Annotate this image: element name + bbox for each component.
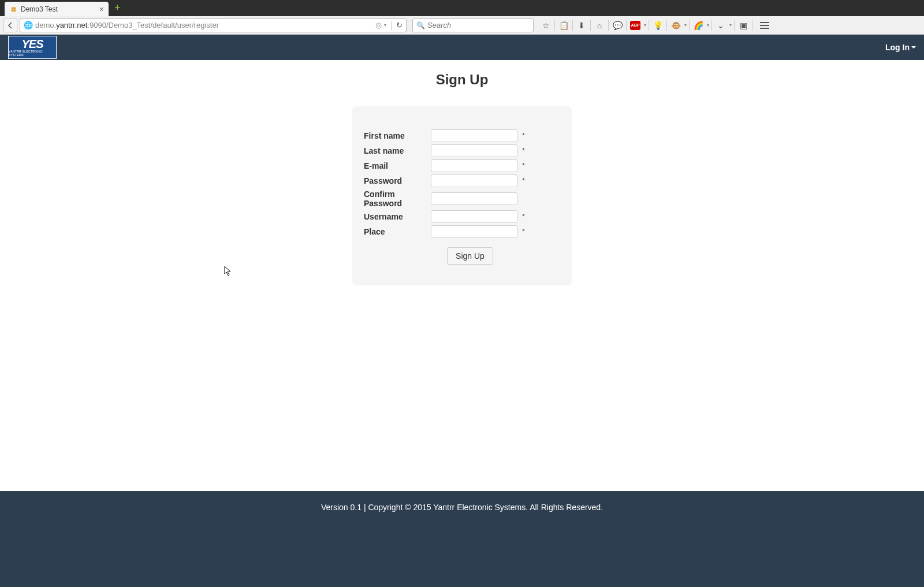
url-text: demo.yantrr.net:9090/Demo3_Test/default/… — [35, 21, 373, 29]
bookmark-star-icon[interactable]: ☆ — [539, 19, 552, 32]
required-marker: * — [522, 213, 527, 221]
search-input[interactable] — [427, 21, 530, 29]
dropdown-caret-icon[interactable]: ▾ — [729, 23, 732, 28]
search-bar[interactable]: 🔍 — [412, 18, 534, 32]
browser-nav-toolbar: 🌐 demo.yantrr.net:9090/Demo3_Test/defaul… — [0, 16, 924, 35]
search-icon: 🔍 — [416, 21, 425, 29]
pocket-icon[interactable]: ⌄ — [714, 19, 727, 32]
password-input[interactable] — [431, 174, 517, 187]
back-arrow-icon — [7, 22, 14, 29]
adblock-icon[interactable]: ABP — [629, 19, 642, 32]
form-row-last-name: Last name * — [364, 144, 560, 157]
downloads-icon[interactable]: ⬇ — [575, 19, 588, 32]
last-name-label: Last name — [364, 146, 426, 155]
home-icon[interactable]: ⌂ — [593, 19, 606, 32]
place-input[interactable] — [431, 225, 517, 238]
new-tab-button[interactable]: + — [114, 2, 121, 14]
close-tab-icon[interactable]: × — [99, 5, 104, 14]
divider — [626, 20, 627, 31]
password-label: Password — [364, 176, 426, 185]
divider — [734, 20, 735, 31]
signup-button[interactable]: Sign Up — [447, 247, 493, 265]
divider — [391, 21, 392, 30]
form-row-username: Username * — [364, 210, 560, 223]
footer: Version 0.1 | Copyright © 2015 Yantrr El… — [0, 491, 924, 587]
globe-icon: 🌐 — [24, 21, 33, 29]
form-row-first-name: First name * — [364, 129, 560, 142]
toolbar-icons: ☆ 📋 ⬇ ⌂ 💬 ABP ▾ 💡 🐵 ▾ 🌈 ▾ ⌄ ▾ ▣ — [539, 19, 772, 32]
browser-tab[interactable]: ▦ Demo3 Test × — [5, 2, 109, 16]
confirm-password-label: Confirm Password — [364, 190, 426, 208]
last-name-input[interactable] — [431, 144, 517, 157]
logo[interactable]: YES YANTRR ELECTRONIC SYSTEMS — [8, 36, 57, 59]
form-row-confirm-password: Confirm Password — [364, 190, 560, 208]
page-title: Sign Up — [0, 72, 924, 88]
lightbulb-icon[interactable]: 💡 — [651, 19, 664, 32]
required-marker: * — [522, 162, 527, 170]
footer-text: Version 0.1 | Copyright © 2015 Yantrr El… — [321, 503, 603, 512]
login-dropdown[interactable]: Log In — [885, 43, 916, 52]
shield-icon[interactable]: ◎ — [375, 21, 382, 29]
email-label: E-mail — [364, 161, 426, 170]
divider — [554, 20, 555, 31]
divider — [649, 20, 649, 31]
divider — [608, 20, 609, 31]
url-bar[interactable]: 🌐 demo.yantrr.net:9090/Demo3_Test/defaul… — [20, 18, 407, 32]
reload-button[interactable]: ↻ — [396, 21, 403, 29]
email-input[interactable] — [431, 159, 517, 172]
logo-subtitle: YANTRR ELECTRONIC SYSTEMS — [9, 50, 56, 57]
tab-title: Demo3 Test — [21, 5, 58, 13]
first-name-input[interactable] — [431, 129, 517, 142]
caret-down-icon — [911, 46, 916, 49]
form-row-place: Place * — [364, 225, 560, 238]
logo-text: YES — [21, 38, 43, 50]
dropdown-caret-icon[interactable]: ▾ — [384, 23, 386, 28]
form-row-password: Password * — [364, 174, 560, 187]
chat-icon[interactable]: 💬 — [611, 19, 624, 32]
required-marker: * — [522, 177, 527, 185]
dropdown-caret-icon[interactable]: ▾ — [707, 23, 709, 28]
divider — [572, 20, 573, 31]
confirm-password-input[interactable] — [431, 192, 517, 205]
divider — [689, 20, 690, 31]
divider — [666, 20, 667, 31]
username-input[interactable] — [431, 210, 517, 223]
extension-icon[interactable]: ▣ — [737, 19, 750, 32]
divider — [590, 20, 591, 31]
browser-tab-strip: ▦ Demo3 Test × + — [0, 0, 924, 16]
tab-favicon-icon: ▦ — [9, 5, 17, 13]
back-button[interactable] — [3, 18, 17, 32]
dropdown-caret-icon[interactable]: ▾ — [684, 23, 687, 28]
app-header: YES YANTRR ELECTRONIC SYSTEMS Log In — [0, 35, 924, 60]
dropdown-caret-icon[interactable]: ▾ — [644, 23, 646, 28]
required-marker: * — [522, 228, 527, 236]
form-row-email: E-mail * — [364, 159, 560, 172]
rainbow-icon[interactable]: 🌈 — [692, 19, 705, 32]
username-label: Username — [364, 212, 426, 221]
login-label: Log In — [885, 43, 910, 52]
first-name-label: First name — [364, 131, 426, 140]
monkey-icon[interactable]: 🐵 — [669, 19, 682, 32]
required-marker: * — [522, 147, 527, 155]
submit-row: Sign Up — [364, 247, 560, 265]
clipboard-icon[interactable]: 📋 — [557, 19, 570, 32]
required-marker: * — [522, 132, 527, 140]
divider — [711, 20, 712, 31]
menu-button[interactable] — [757, 22, 772, 29]
main-content: Sign Up First name * Last name * E-mail … — [0, 60, 924, 468]
signup-form-card: First name * Last name * E-mail * Passwo… — [352, 106, 572, 285]
place-label: Place — [364, 227, 426, 236]
divider — [752, 20, 752, 31]
